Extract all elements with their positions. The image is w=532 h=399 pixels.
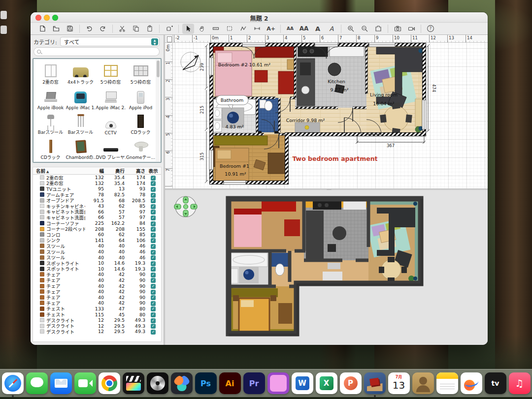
visible-checkbox[interactable]: ✓: [151, 176, 156, 181]
catalog-item[interactable]: CDラック: [35, 136, 66, 161]
catalog-item[interactable]: Apple iPod: [126, 86, 156, 111]
table-row[interactable]: デスクライト 12 29.5 49.3 ✓: [33, 329, 161, 335]
dim-215[interactable]: 215: [200, 106, 204, 114]
visible-checkbox[interactable]: ✓: [151, 233, 156, 238]
dock-app-icon[interactable]: [436, 372, 458, 394]
catalog-item[interactable]: Apple iBook: [35, 86, 66, 111]
visible-checkbox[interactable]: ✓: [151, 261, 156, 266]
plan-annotation[interactable]: Two bedroom apartment: [292, 155, 377, 162]
create-walls-tool[interactable]: [210, 24, 222, 34]
dock-app-icon[interactable]: [267, 372, 289, 394]
catalog-item[interactable]: 2重の窓: [35, 61, 66, 86]
living-room-area[interactable]: 16.04 m²: [373, 101, 394, 106]
catalog-item[interactable]: Barスツール: [66, 111, 96, 136]
catalog-item[interactable]: 4x4トラック: [66, 61, 96, 86]
pan-tool[interactable]: [196, 24, 208, 34]
dock-app-icon[interactable]: [461, 372, 482, 394]
dock-app-icon[interactable]: [99, 372, 120, 394]
nav-center-icon[interactable]: [184, 205, 188, 209]
visible-checkbox[interactable]: ✓: [151, 330, 156, 335]
view-3d[interactable]: [165, 190, 488, 345]
living-room-label[interactable]: Living room: [370, 92, 398, 97]
category-dropdown[interactable]: すべて ▲▼: [60, 37, 160, 46]
dock-app-icon[interactable]: 7月 13: [388, 372, 410, 394]
catalog-item[interactable]: Gnomeテー...: [126, 136, 156, 161]
column-visible[interactable]: 表示: [145, 167, 161, 174]
dim-474[interactable]: 474: [432, 84, 436, 92]
furniture-list-header[interactable]: 名前▲ 幅 奥行 高さ 表示: [33, 167, 161, 175]
redo-icon[interactable]: [97, 24, 109, 34]
bedroom1-area[interactable]: 10.91 m²: [225, 171, 246, 177]
dock-app-icon[interactable]: [171, 372, 193, 394]
catalog-item[interactable]: CCTV: [96, 111, 126, 136]
undo-icon[interactable]: [83, 24, 95, 34]
zoom-out-icon[interactable]: [359, 24, 370, 34]
visible-checkbox[interactable]: ✓: [151, 198, 156, 203]
catalog-item[interactable]: 5つ枠の窓: [126, 61, 156, 86]
column-height[interactable]: 高さ: [125, 167, 145, 174]
dock-app-icon[interactable]: [123, 372, 144, 394]
select-tool[interactable]: [182, 24, 194, 34]
title-bar[interactable]: 無題 2: [31, 12, 488, 23]
visible-checkbox[interactable]: ✓: [151, 193, 156, 198]
add-furniture-icon[interactable]: [163, 24, 175, 34]
desktop-icon[interactable]: [0, 11, 7, 19]
dock-app-icon[interactable]: Pr: [243, 372, 265, 394]
paste-icon[interactable]: [144, 24, 156, 34]
visible-checkbox[interactable]: ✓: [151, 210, 156, 215]
bathroom-area[interactable]: 4.83 m²: [225, 124, 243, 129]
visible-checkbox[interactable]: ✓: [151, 221, 156, 226]
desktop-icon[interactable]: [0, 26, 7, 34]
visible-checkbox[interactable]: ✓: [151, 204, 156, 209]
rendering-3d[interactable]: [165, 190, 488, 345]
kitchen-area[interactable]: 9.77 m²: [330, 87, 348, 92]
visible-checkbox[interactable]: ✓: [151, 301, 156, 306]
dock-app-icon[interactable]: [74, 372, 96, 394]
corridor-label[interactable]: Corridor 9.98 m²: [286, 118, 325, 123]
increase-text-size-icon[interactable]: AA: [298, 24, 310, 34]
dock-app-icon[interactable]: Ps: [195, 372, 217, 394]
create-video-icon[interactable]: [405, 24, 417, 34]
catalog-item[interactable]: DVD プレーヤ...: [96, 136, 126, 161]
bold-icon[interactable]: A: [312, 24, 324, 34]
export-image-icon[interactable]: [372, 24, 384, 34]
dock-app-icon[interactable]: X: [316, 372, 337, 394]
copy-icon[interactable]: [130, 24, 142, 34]
dim-367[interactable]: 367: [387, 143, 395, 148]
plan-canvas[interactable]: 239 215 315 367 474 Bedroom #2 10.61 m: [173, 43, 488, 188]
visible-checkbox[interactable]: ✓: [151, 312, 156, 317]
dim-315[interactable]: 315: [200, 153, 204, 160]
open-home-icon[interactable]: [50, 24, 62, 34]
visible-checkbox[interactable]: ✓: [151, 181, 156, 186]
catalog-scrollbar[interactable]: [156, 60, 160, 161]
save-home-icon[interactable]: [64, 24, 76, 34]
help-icon[interactable]: ?: [425, 24, 436, 34]
dock-app-icon[interactable]: [50, 372, 72, 394]
visible-checkbox[interactable]: ✓: [151, 238, 156, 243]
visible-checkbox[interactable]: ✓: [151, 187, 156, 192]
visible-checkbox[interactable]: ✓: [151, 250, 156, 255]
dock-app-icon[interactable]: [26, 372, 48, 394]
corridor-furniture[interactable]: [295, 123, 320, 132]
visible-checkbox[interactable]: ✓: [151, 215, 156, 220]
cut-icon[interactable]: [116, 24, 128, 34]
dock-app-icon[interactable]: [147, 372, 168, 394]
catalog-item[interactable]: Chambordの...: [66, 136, 96, 161]
visible-checkbox[interactable]: ✓: [151, 324, 156, 329]
dock-app-icon[interactable]: ♫: [509, 372, 531, 394]
visible-checkbox[interactable]: ✓: [151, 244, 156, 249]
visible-checkbox[interactable]: ✓: [151, 307, 156, 311]
create-photo-icon[interactable]: [392, 24, 403, 34]
catalog-item[interactable]: 5つ枠の窓: [96, 61, 126, 86]
dock-app-icon[interactable]: tv: [485, 372, 506, 394]
search-input[interactable]: [33, 47, 160, 56]
visible-checkbox[interactable]: ✓: [151, 227, 156, 232]
visible-checkbox[interactable]: ✓: [151, 267, 156, 272]
visible-checkbox[interactable]: ✓: [151, 318, 156, 323]
create-polylines-tool[interactable]: [237, 24, 249, 34]
new-home-icon[interactable]: [36, 24, 48, 34]
dock-app-icon[interactable]: Ai: [219, 372, 241, 394]
column-depth[interactable]: 奥行: [104, 167, 125, 174]
kitchen-label[interactable]: Kitchen: [328, 79, 345, 84]
dock-app-icon[interactable]: [2, 372, 24, 394]
